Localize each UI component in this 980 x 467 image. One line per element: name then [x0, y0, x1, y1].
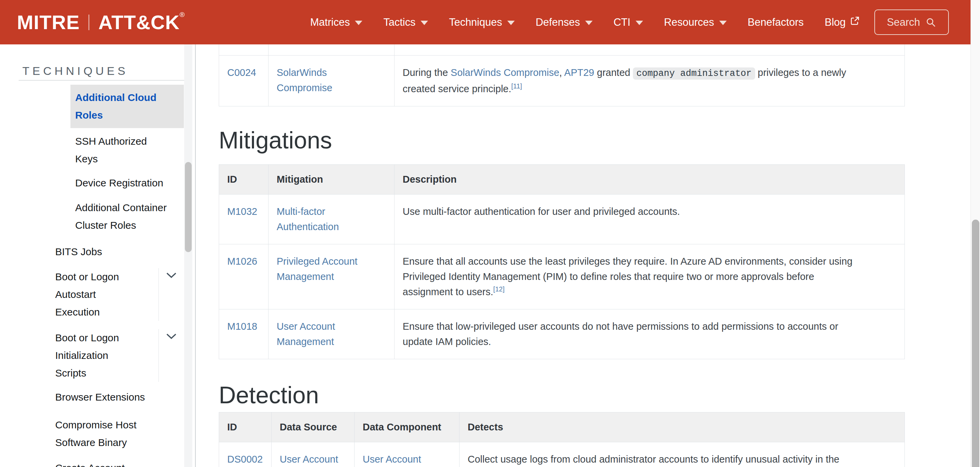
- sidebar-item-label: Device Registration: [70, 170, 184, 196]
- text-run: During the: [402, 67, 451, 78]
- sidebar-item-label: Browser Extensions: [55, 388, 184, 406]
- text-run: Collect usage logs from cloud administra…: [468, 454, 852, 467]
- nav-link[interactable]: CTI: [614, 16, 643, 29]
- sidebar-item-additional-container-cluster-roles[interactable]: Additional Container Cluster Roles: [70, 195, 184, 238]
- table-row: DS0002User AccountUser Account Modificat…: [219, 442, 905, 467]
- mitigations-table-body: M1032Multi-factor AuthenticationUse mult…: [219, 194, 905, 359]
- text-run: Use multi-factor authentication for user…: [402, 206, 680, 217]
- sidebar-item-label: Boot or Logon Initialization Scripts: [55, 329, 159, 382]
- sidebar-item-additional-cloud-roles[interactable]: Additional Cloud Roles: [70, 85, 184, 128]
- code-span: company administrator: [633, 67, 755, 80]
- mitigations-heading: Mitigations: [219, 128, 332, 152]
- sidebar-item-label: Additional Cloud Roles: [70, 85, 184, 128]
- column-header-id: ID: [219, 165, 269, 194]
- page-scrollbar-thumb[interactable]: [972, 220, 979, 467]
- nav-link[interactable]: Blog: [824, 16, 860, 29]
- citation-link[interactable]: [11]: [511, 82, 522, 90]
- detection-table: ID Data Source Data Component Detects DS…: [219, 412, 905, 467]
- column-header-detects: Detects: [460, 413, 905, 442]
- nav-link[interactable]: Defenses: [536, 16, 593, 29]
- nav-link[interactable]: Matrices: [310, 16, 362, 29]
- brand-divider: [88, 14, 89, 30]
- sidebar-item-compromise-host-software-binary[interactable]: Compromise Host Software Binary: [55, 416, 184, 451]
- content-link[interactable]: SolarWinds Compromise: [451, 67, 559, 78]
- chevron-down-icon: [166, 272, 177, 279]
- text-run: Ensure that low-privileged user accounts…: [402, 321, 838, 347]
- sidebar-item-create-account[interactable]: Create Account: [55, 459, 184, 467]
- expand-toggle[interactable]: [159, 268, 184, 321]
- chevron-down-icon: [636, 21, 643, 25]
- nav-item-cti[interactable]: CTI: [614, 16, 643, 29]
- sidebar-item-boot-or-logon-initialization-scripts[interactable]: Boot or Logon Initialization Scripts: [55, 329, 184, 382]
- description-cell: Collect usage logs from cloud administra…: [460, 442, 905, 467]
- citation-link[interactable]: [12]: [493, 285, 504, 293]
- sidebar-item-ssh-authorized-keys[interactable]: SSH Authorized Keys: [70, 128, 184, 172]
- sidebar: TECHNIQUES Additional Cloud RolesSSH Aut…: [0, 45, 196, 467]
- search-button[interactable]: Search: [874, 10, 949, 35]
- nav-item-blog[interactable]: Blog: [824, 16, 860, 29]
- sidebar-item-label: Additional Container Cluster Roles: [70, 195, 184, 238]
- column-header-mitigation: Mitigation: [269, 165, 395, 194]
- mitigation-name-link[interactable]: Multi-factor Authentication: [277, 206, 339, 232]
- chevron-down-icon: [719, 21, 727, 25]
- description-cell: During the SolarWinds Compromise, APT29 …: [395, 55, 905, 106]
- mitre-logo: MITRE: [17, 11, 80, 33]
- nav-item-benefactors[interactable]: Benefactors: [748, 16, 803, 29]
- sidebar-item-label: Boot or Logon Autostart Execution: [55, 268, 159, 321]
- sidebar-item-browser-extensions[interactable]: Browser Extensions: [55, 388, 184, 406]
- text-run: granted: [594, 67, 633, 78]
- content-link[interactable]: APT29: [564, 67, 594, 78]
- text-run: ,: [559, 67, 565, 78]
- mitigation-id-link[interactable]: M1018: [227, 321, 257, 332]
- column-header-data-component: Data Component: [355, 413, 460, 442]
- sidebar-item-bits-jobs[interactable]: BITS Jobs: [55, 243, 184, 261]
- datasource-link[interactable]: User Account: [280, 454, 338, 465]
- detection-header-row: ID Data Source Data Component Detects: [219, 413, 905, 442]
- mitigations-table: ID Mitigation Description M1032Multi-fac…: [219, 164, 905, 359]
- mitigation-name-link[interactable]: User Account Management: [277, 321, 335, 347]
- sidebar-item-label: Create Account: [55, 459, 184, 467]
- expand-toggle[interactable]: [159, 329, 184, 382]
- mitigation-id-link[interactable]: M1026: [227, 256, 257, 267]
- chevron-down-icon: [355, 21, 362, 25]
- nav-item-techniques[interactable]: Techniques: [449, 16, 515, 29]
- chevron-down-icon: [421, 21, 428, 25]
- main-menu: MatricesTacticsTechniquesDefensesCTIReso…: [310, 0, 860, 45]
- datasource-id-link[interactable]: DS0002: [227, 454, 263, 465]
- nav-link[interactable]: Techniques: [449, 16, 515, 29]
- attack-logo: ATT&CK: [98, 11, 180, 33]
- nav-link[interactable]: Resources: [664, 16, 727, 29]
- top-navbar: MITRE ATT&CK ® MatricesTacticsTechniques…: [0, 0, 970, 45]
- search-button-label: Search: [887, 16, 920, 29]
- sidebar-scrollbar[interactable]: [184, 45, 192, 467]
- nav-link[interactable]: Benefactors: [748, 16, 803, 29]
- page-scrollbar[interactable]: [970, 0, 980, 467]
- search-icon: [926, 17, 936, 28]
- chevron-down-icon: [585, 21, 593, 25]
- sidebar-item-label: BITS Jobs: [55, 243, 184, 261]
- sidebar-item-label: Compromise Host Software Binary: [55, 416, 184, 451]
- chevron-down-icon: [507, 21, 515, 25]
- text-run: Ensure that all accounts use the least p…: [402, 256, 852, 297]
- table-row-partial: [219, 45, 905, 55]
- datacomponent-link[interactable]: User Account Modification: [363, 454, 421, 467]
- sidebar-scrollbar-thumb[interactable]: [185, 162, 192, 252]
- description-cell: Use multi-factor authentication for user…: [395, 194, 905, 244]
- mitigations-header-row: ID Mitigation Description: [219, 165, 905, 194]
- sidebar-item-device-registration[interactable]: Device Registration: [70, 170, 184, 196]
- nav-item-tactics[interactable]: Tactics: [383, 16, 428, 29]
- sidebar-item-boot-or-logon-autostart-execution[interactable]: Boot or Logon Autostart Execution: [55, 268, 184, 321]
- nav-link[interactable]: Tactics: [383, 16, 428, 29]
- mitigation-id-link[interactable]: M1032: [227, 206, 257, 217]
- table-row: C0024SolarWinds CompromiseDuring the Sol…: [219, 55, 905, 106]
- external-link-icon: [850, 16, 860, 29]
- nav-item-matrices[interactable]: Matrices: [310, 16, 362, 29]
- mitigation-name-link[interactable]: Privileged Account Management: [277, 256, 358, 282]
- nav-item-defenses[interactable]: Defenses: [536, 16, 593, 29]
- nav-item-resources[interactable]: Resources: [664, 16, 727, 29]
- campaign-name-link[interactable]: SolarWinds Compromise: [277, 67, 332, 93]
- brand-logo[interactable]: MITRE ATT&CK ®: [17, 0, 185, 45]
- campaign-id-link[interactable]: C0024: [227, 67, 256, 78]
- column-header-description: Description: [395, 165, 905, 194]
- table-row: M1018User Account ManagementEnsure that …: [219, 309, 905, 359]
